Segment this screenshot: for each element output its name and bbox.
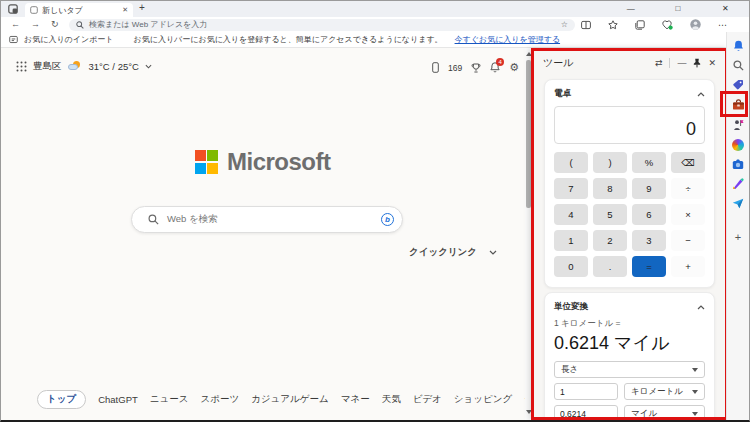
nav-item[interactable]: ショッピング	[454, 393, 512, 406]
calc-key-equals[interactable]: =	[632, 256, 666, 277]
browser-essentials-icon[interactable]	[662, 20, 673, 30]
page-settings-gear-icon[interactable]: ⚙	[509, 62, 519, 73]
nav-item[interactable]: マネー	[341, 393, 370, 406]
chevron-up-icon[interactable]	[697, 305, 705, 310]
calc-key-backspace[interactable]: ⌫	[671, 152, 705, 173]
calc-key-divide[interactable]: ÷	[671, 178, 705, 199]
tab-new-tab[interactable]: 新しいタブ ✕	[25, 3, 133, 17]
calc-key-multiply[interactable]: ×	[671, 204, 705, 225]
maximize-button[interactable]: □	[654, 1, 701, 17]
chevron-down-icon	[489, 250, 497, 255]
weather-icon	[68, 61, 83, 72]
chevron-up-icon[interactable]	[697, 92, 705, 97]
manage-favorites-link[interactable]: 今すぐお気に入りを管理する	[455, 34, 561, 45]
tab-favicon	[30, 6, 38, 14]
import-favorites-button[interactable]: お気に入りのインポート	[24, 34, 114, 45]
calc-key[interactable]: 3	[632, 230, 666, 251]
notifications-bell-icon[interactable]	[733, 40, 744, 52]
quick-links-toggle[interactable]: クイックリンク	[409, 246, 497, 259]
calc-key[interactable]: 7	[554, 178, 588, 199]
new-tab-button[interactable]: +	[139, 2, 145, 13]
web-search-box[interactable]: Web を検索 b	[131, 206, 403, 233]
calc-key[interactable]: (	[554, 152, 588, 173]
address-bar[interactable]: 検索または Web アドレスを入力 ☆	[69, 19, 575, 31]
nav-item[interactable]: スポーツ	[200, 393, 239, 406]
microsoft-logo: Microsoft	[1, 148, 524, 176]
notifications-bell-icon[interactable]: 4	[490, 62, 500, 73]
converter-category-value: 長さ	[561, 364, 578, 376]
calc-key[interactable]: %	[632, 152, 666, 173]
send-plane-icon[interactable]	[732, 198, 744, 209]
workspaces-icon[interactable]	[8, 4, 18, 14]
calculator-display[interactable]: 0	[554, 106, 705, 144]
rewards-points[interactable]: 169	[448, 63, 462, 73]
app-launcher-icon[interactable]	[16, 61, 27, 72]
calc-key[interactable]: 5	[593, 204, 627, 225]
tab-title: 新しいタブ	[42, 5, 118, 16]
quick-links-label: クイックリンク	[409, 246, 477, 259]
converter-to-input[interactable]	[554, 405, 618, 420]
browser-window: 新しいタブ ✕ + — □ ✕ ← → ↻ 検索または Web アドレスを入力 …	[0, 0, 750, 422]
games-person-icon[interactable]	[732, 119, 744, 131]
calc-key[interactable]: 2	[593, 230, 627, 251]
search-placeholder: Web を検索	[167, 213, 373, 226]
tools-panel-header: ツール ⇄ — ✕	[534, 51, 725, 75]
microsoft365-icon[interactable]	[732, 139, 744, 151]
close-button[interactable]: ✕	[702, 1, 749, 17]
designer-pen-icon[interactable]	[732, 178, 744, 190]
calc-key[interactable]: .	[593, 256, 627, 277]
calc-key-add[interactable]: +	[671, 256, 705, 277]
tab-close-icon[interactable]: ✕	[122, 6, 128, 14]
calc-key[interactable]: 9	[632, 178, 666, 199]
calc-key[interactable]: 8	[593, 178, 627, 199]
back-button[interactable]: ←	[11, 17, 20, 32]
converter-to-unit-value: マイル	[631, 408, 657, 420]
image-creator-icon[interactable]	[732, 159, 744, 170]
minimize-button[interactable]: —	[607, 1, 654, 17]
favorites-icon[interactable]	[608, 20, 618, 30]
search-icon[interactable]	[733, 60, 744, 71]
minimize-panel-icon[interactable]: —	[677, 58, 686, 68]
search-icon	[76, 21, 84, 29]
window-controls: — □ ✕	[607, 1, 749, 17]
add-sidebar-item-button[interactable]: +	[735, 231, 741, 243]
nav-item[interactable]: ニュース	[150, 393, 189, 406]
pin-icon[interactable]	[693, 58, 701, 68]
close-panel-icon[interactable]: ✕	[708, 58, 716, 68]
favorite-star-icon[interactable]: ☆	[561, 20, 568, 29]
converter-from-unit-select[interactable]: キロメートル	[624, 383, 705, 400]
forward-button[interactable]: →	[31, 17, 40, 32]
split-screen-icon[interactable]	[581, 20, 591, 30]
collections-icon[interactable]	[635, 20, 645, 30]
calc-key[interactable]: 4	[554, 204, 588, 225]
dropdown-arrow-icon	[692, 390, 698, 394]
address-placeholder: 検索または Web アドレスを入力	[89, 19, 556, 30]
swap-icon[interactable]: ⇄	[655, 58, 663, 68]
calc-key[interactable]: )	[593, 152, 627, 173]
chevron-down-icon[interactable]	[145, 64, 152, 69]
nav-item[interactable]: ChatGPT	[98, 394, 138, 405]
calc-key[interactable]: 6	[632, 204, 666, 225]
rewards-trophy-icon[interactable]	[471, 63, 481, 73]
weather-location[interactable]: 豊島区	[33, 60, 62, 73]
tab-strip: 新しいタブ ✕ + — □ ✕	[1, 1, 749, 17]
mobile-icon[interactable]	[432, 62, 439, 73]
nav-item[interactable]: カジュアルゲーム	[251, 393, 329, 406]
nav-item[interactable]: 天気	[382, 393, 401, 406]
calc-key[interactable]: 0	[554, 256, 588, 277]
more-menu-icon[interactable]: ⋯	[718, 20, 727, 30]
calc-key[interactable]: 1	[554, 230, 588, 251]
converter-to-unit-select[interactable]: マイル	[624, 405, 705, 420]
converter-category-select[interactable]: 長さ	[554, 361, 705, 378]
converter-from-input[interactable]	[554, 383, 618, 400]
shopping-tag-icon[interactable]	[732, 79, 744, 91]
bing-chat-icon[interactable]: b	[381, 213, 394, 226]
tools-panel: ツール ⇄ — ✕ 電卓 0 ( ) % ⌫ 7 8 9	[531, 48, 728, 420]
profile-avatar[interactable]	[690, 19, 701, 30]
weather-temps[interactable]: 31°C / 25°C	[89, 61, 139, 72]
calc-key-subtract[interactable]: −	[671, 230, 705, 251]
nav-item-top[interactable]: トップ	[37, 390, 86, 409]
import-favorites-icon	[9, 35, 18, 44]
refresh-button[interactable]: ↻	[51, 17, 59, 32]
nav-item[interactable]: ビデオ	[413, 393, 442, 406]
